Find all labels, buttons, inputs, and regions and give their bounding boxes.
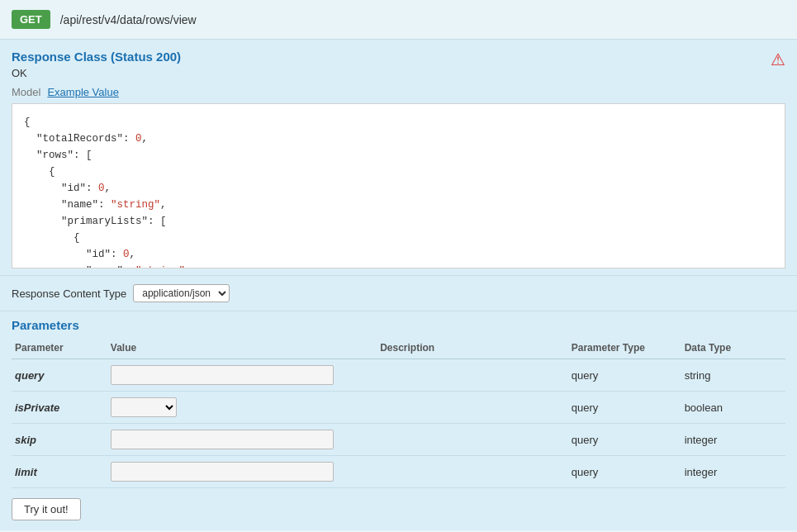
parameters-title: Parameters [12, 318, 785, 332]
param-desc-query [377, 359, 568, 392]
parameters-section: Parameters Parameter Value Description P… [0, 311, 797, 488]
param-type-limit: query [568, 456, 681, 488]
json-line-8: { [24, 230, 773, 246]
col-header-param-type: Parameter Type [568, 339, 681, 359]
param-type-query: query [568, 359, 681, 392]
response-class-title: Response Class (Status 200) [12, 50, 785, 64]
col-header-value: Value [107, 339, 377, 359]
param-value-query[interactable] [107, 359, 377, 392]
data-type-query: string [681, 359, 785, 392]
json-line-4: { [24, 164, 773, 180]
data-type-skip: integer [681, 424, 785, 456]
table-row: skip query integer [12, 424, 785, 456]
param-type-skip: query [568, 424, 681, 456]
param-type-isprivate: query [568, 392, 681, 424]
parameters-table: Parameter Value Description Parameter Ty… [12, 339, 785, 488]
response-status-text: OK [12, 67, 785, 79]
json-line-3: "rows": [ [24, 147, 773, 164]
table-row: limit query integer [12, 456, 785, 488]
json-line-1: { [24, 114, 773, 131]
example-value-tab[interactable]: Example Value [47, 86, 118, 98]
col-header-description: Description [377, 339, 568, 359]
response-class-section: Response Class (Status 200) OK ⚠ Model E… [0, 40, 797, 276]
content-type-select[interactable]: application/json text/plain text/xml [133, 284, 230, 302]
json-line-7: "primaryLists": [ [24, 213, 773, 230]
table-header-row: Parameter Value Description Parameter Ty… [12, 339, 785, 359]
param-value-limit[interactable] [107, 456, 377, 488]
col-header-data-type: Data Type [681, 339, 785, 359]
limit-input[interactable] [111, 462, 334, 482]
param-desc-isprivate [377, 392, 568, 424]
try-btn-row: Try it out! [0, 488, 797, 530]
param-value-isprivate[interactable]: true false [107, 392, 377, 424]
skip-input[interactable] [111, 430, 334, 449]
json-line-9: "id": 0, [24, 246, 773, 263]
param-name-limit: limit [12, 456, 107, 488]
table-row: query query string [12, 359, 785, 392]
header-bar: GET /api/rest/v4/data/rows/view [0, 0, 797, 40]
data-type-isprivate: boolean [681, 392, 785, 424]
json-line-5: "id": 0, [24, 180, 773, 197]
query-input[interactable] [111, 365, 334, 385]
param-name-query: query [12, 359, 107, 392]
col-header-param: Parameter [12, 339, 107, 359]
model-label: Model [12, 86, 40, 98]
content-type-label: Response Content Type [12, 287, 126, 300]
table-row: isPrivate true false query boolean [12, 392, 785, 424]
content-type-row: Response Content Type application/json t… [0, 276, 797, 311]
json-line-10: "name": "string", [24, 263, 773, 268]
json-line-2: "totalRecords": 0, [24, 131, 773, 147]
model-tabs: Model Example Value [12, 86, 785, 98]
param-name-skip: skip [12, 424, 107, 456]
param-desc-skip [377, 424, 568, 456]
alert-icon: ⚠ [771, 50, 785, 69]
endpoint-path: /api/rest/v4/data/rows/view [60, 13, 197, 26]
http-method-badge: GET [12, 10, 50, 29]
json-line-6: "name": "string", [24, 197, 773, 213]
param-value-skip[interactable] [107, 424, 377, 456]
json-code-block: { "totalRecords": 0, "rows": [ { "id": 0… [12, 103, 785, 268]
data-type-limit: integer [681, 456, 785, 488]
try-it-out-button[interactable]: Try it out! [12, 498, 81, 520]
isprivate-select[interactable]: true false [111, 397, 177, 417]
param-name-isprivate: isPrivate [12, 392, 107, 424]
param-desc-limit [377, 456, 568, 488]
